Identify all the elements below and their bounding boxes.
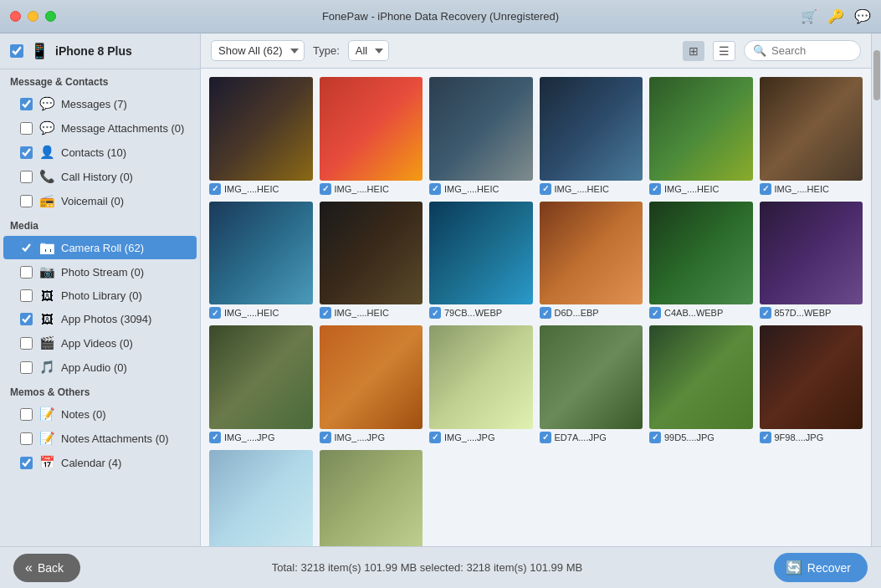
help-icon[interactable]: 🔑	[827, 8, 844, 24]
titlebar: FonePaw - iPhone Data Recovery (Unregist…	[0, 0, 881, 33]
sidebar-item-app-photos[interactable]: 🖼App Photos (3094)	[3, 308, 197, 330]
checkbox-call-history[interactable]	[20, 171, 33, 183]
photo-item[interactable]: IMG_....HEIC	[429, 77, 533, 195]
photo-item[interactable]: 9F98....JPG	[760, 325, 863, 443]
photo-checkbox[interactable]	[209, 307, 221, 319]
photo-checkbox[interactable]	[429, 432, 441, 443]
checkbox-voicemail[interactable]	[20, 195, 33, 207]
checkbox-messages[interactable]	[20, 98, 33, 110]
photo-thumbnail	[320, 77, 423, 181]
sidebar-item-contacts[interactable]: 👤Contacts (10)	[3, 141, 197, 164]
sidebar-scroll[interactable]: Message & Contacts💬Messages (7)💬Message …	[0, 69, 200, 546]
app-videos-icon: 🎬	[39, 335, 54, 350]
photo-checkbox[interactable]	[320, 432, 331, 443]
photo-item[interactable]: 106E....JPG	[209, 450, 313, 547]
photo-checkbox[interactable]	[209, 432, 221, 443]
scrollbar-thumb[interactable]	[873, 50, 880, 100]
photo-thumbnail	[760, 202, 863, 305]
photo-label-row: IMG_....HEIC	[320, 183, 423, 195]
photo-thumbnail	[209, 450, 313, 547]
sidebar-item-app-audio[interactable]: 🎵App Audio (0)	[3, 355, 197, 379]
message-icon[interactable]: 💬	[854, 8, 871, 24]
photo-checkbox[interactable]	[760, 307, 771, 319]
photo-checkbox[interactable]	[209, 183, 221, 195]
maximize-button[interactable]	[45, 11, 56, 22]
photo-grid[interactable]: IMG_....HEICIMG_....HEICIMG_....HEICIMG_…	[201, 69, 871, 546]
photo-item[interactable]: IMG_....HEIC	[209, 77, 313, 195]
photo-item[interactable]: C4AB...WEBP	[649, 202, 753, 320]
sidebar-item-camera-roll[interactable]: 📷Camera Roll (62)	[3, 236, 197, 259]
photo-item[interactable]: 857D...WEBP	[760, 202, 863, 320]
photo-item[interactable]: IMG_....HEIC	[649, 77, 753, 195]
sidebar-item-calendar[interactable]: 📅Calendar (4)	[3, 451, 197, 474]
photo-item[interactable]: IMG_....HEIC	[540, 77, 643, 195]
photo-checkbox[interactable]	[540, 307, 551, 319]
device-checkbox[interactable]	[10, 44, 23, 58]
checkbox-contacts[interactable]	[20, 146, 33, 159]
photo-label-row: ED7A....JPG	[540, 432, 643, 443]
photo-item[interactable]: 79CB...WEBP	[429, 202, 533, 320]
checkbox-calendar[interactable]	[20, 457, 33, 469]
photo-stream-icon: 📷	[39, 264, 54, 279]
photo-checkbox[interactable]	[760, 183, 771, 195]
photo-item[interactable]: IMG_....JPG	[209, 325, 313, 443]
recover-label: Recover	[807, 561, 851, 575]
app-photos-icon: 🖼	[39, 312, 54, 326]
search-input[interactable]	[771, 44, 852, 57]
photo-item[interactable]: IMG_....JPG	[429, 325, 533, 443]
photo-checkbox[interactable]	[320, 307, 331, 319]
recover-button[interactable]: 🔄 Recover	[774, 553, 868, 582]
show-all-select[interactable]: Show All (62)	[211, 40, 305, 61]
sidebar-item-messages[interactable]: 💬Messages (7)	[3, 92, 197, 115]
checkbox-app-photos[interactable]	[20, 313, 33, 325]
sidebar-item-message-attachments[interactable]: 💬Message Attachments (0)	[3, 116, 197, 140]
photo-name: IMG_....HEIC	[555, 184, 609, 194]
photo-name: C4AB...WEBP	[664, 308, 723, 318]
sidebar-item-notes-attachments[interactable]: 📝Notes Attachments (0)	[3, 427, 197, 450]
checkbox-notes-attachments[interactable]	[20, 432, 33, 445]
checkbox-photo-stream[interactable]	[20, 266, 33, 279]
photo-checkbox[interactable]	[649, 183, 661, 195]
close-button[interactable]	[10, 11, 21, 22]
checkbox-camera-roll[interactable]	[20, 242, 33, 254]
photo-checkbox[interactable]	[540, 183, 551, 195]
checkbox-app-videos[interactable]	[20, 337, 33, 350]
scrollbar-track[interactable]	[871, 33, 881, 546]
photo-item[interactable]: D6D...EBP	[540, 202, 643, 320]
back-button[interactable]: « Back	[13, 554, 80, 582]
sidebar-item-app-videos[interactable]: 🎬App Videos (0)	[3, 331, 197, 355]
titlebar-icons: 🛒 🔑 💬	[801, 8, 871, 24]
sidebar-item-call-history[interactable]: 📞Call History (0)	[3, 165, 197, 188]
checkbox-message-attachments[interactable]	[20, 122, 33, 135]
grid-view-button[interactable]: ⊞	[683, 41, 704, 61]
photo-item[interactable]: 99D5....JPG	[649, 325, 753, 443]
photo-item[interactable]: B84E....JPG	[320, 450, 423, 547]
sidebar-item-photo-library[interactable]: 🖼Photo Library (0)	[3, 284, 197, 307]
photo-item[interactable]: IMG_....HEIC	[320, 202, 423, 320]
photo-checkbox[interactable]	[649, 432, 661, 443]
checkbox-photo-library[interactable]	[20, 289, 33, 302]
photo-checkbox[interactable]	[760, 432, 771, 443]
checkbox-notes[interactable]	[20, 408, 33, 421]
photo-item[interactable]: IMG_....JPG	[320, 325, 423, 443]
sidebar-item-voicemail[interactable]: 📻Voicemail (0)	[3, 189, 197, 212]
photo-checkbox[interactable]	[429, 183, 441, 195]
sidebar-item-notes[interactable]: 📝Notes (0)	[3, 402, 197, 426]
cart-icon[interactable]: 🛒	[801, 8, 817, 24]
type-select[interactable]: All	[348, 40, 389, 61]
checkbox-app-audio[interactable]	[20, 361, 33, 374]
photo-item[interactable]: IMG_....HEIC	[320, 77, 423, 195]
photo-checkbox[interactable]	[320, 183, 331, 195]
photo-item[interactable]: IMG_....HEIC	[209, 202, 313, 320]
list-view-button[interactable]: ☰	[713, 41, 735, 61]
sidebar: 📱 iPhone 8 Plus Message & Contacts💬Messa…	[0, 33, 201, 546]
photo-checkbox[interactable]	[540, 432, 551, 443]
photo-checkbox[interactable]	[429, 307, 441, 319]
minimize-button[interactable]	[28, 11, 38, 22]
sidebar-item-photo-stream[interactable]: 📷Photo Stream (0)	[3, 260, 197, 284]
photo-checkbox[interactable]	[649, 307, 661, 319]
sidebar-section-label: Media	[0, 213, 200, 235]
photo-item[interactable]: IMG_....HEIC	[760, 77, 863, 195]
photo-thumbnail	[760, 325, 863, 429]
photo-item[interactable]: ED7A....JPG	[540, 325, 643, 443]
